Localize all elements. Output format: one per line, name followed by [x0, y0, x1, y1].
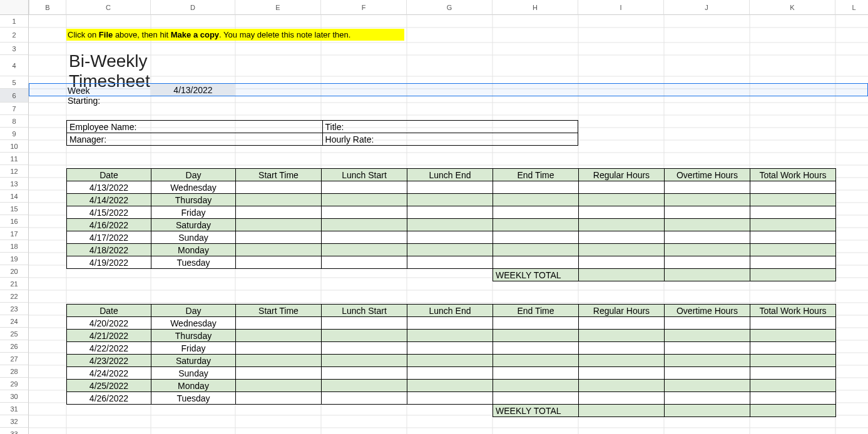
- cell-date[interactable]: 4/22/2022: [67, 342, 151, 355]
- cell-value[interactable]: [407, 317, 493, 330]
- cell-value[interactable]: [407, 355, 493, 367]
- col-header-day[interactable]: Day: [151, 305, 236, 317]
- cell-value[interactable]: [493, 380, 579, 392]
- column-header-F[interactable]: F: [321, 0, 407, 15]
- cell-value[interactable]: [322, 194, 407, 206]
- column-header-B[interactable]: B: [29, 0, 66, 15]
- cell-value[interactable]: [665, 342, 750, 355]
- cell-value[interactable]: [665, 181, 750, 194]
- cell-value[interactable]: [579, 330, 665, 342]
- column-header-C[interactable]: C: [66, 0, 151, 15]
- row-header-21[interactable]: 21: [0, 278, 29, 290]
- weekly-total-cell[interactable]: [750, 269, 836, 281]
- cell-value[interactable]: [750, 330, 836, 342]
- cell-value[interactable]: [750, 256, 836, 269]
- cell-value[interactable]: [579, 342, 665, 355]
- column-header-K[interactable]: K: [750, 0, 835, 15]
- row-header-2[interactable]: 2: [0, 28, 29, 43]
- cell-value[interactable]: [579, 367, 665, 380]
- row-header-32[interactable]: 32: [0, 415, 29, 428]
- cell-value[interactable]: [579, 206, 665, 219]
- cell-date[interactable]: 4/17/2022: [67, 231, 151, 244]
- employee-name-label[interactable]: Employee Name:: [67, 121, 323, 133]
- cell-date[interactable]: 4/26/2022: [67, 392, 151, 405]
- cell-value[interactable]: [493, 355, 579, 367]
- col-header-overtime-hours[interactable]: Overtime Hours: [665, 169, 750, 181]
- cell-date[interactable]: 4/16/2022: [67, 219, 151, 231]
- cell-date[interactable]: 4/23/2022: [67, 355, 151, 367]
- cell-value[interactable]: [579, 194, 665, 206]
- cell-value[interactable]: [322, 330, 407, 342]
- cell-value[interactable]: [579, 380, 665, 392]
- cell-value[interactable]: [407, 256, 493, 269]
- cell-value[interactable]: [322, 231, 407, 244]
- row-header-7[interactable]: 7: [0, 103, 29, 115]
- table-row[interactable]: 4/20/2022Wednesday: [67, 317, 836, 330]
- cell-value[interactable]: [665, 206, 750, 219]
- cell-value[interactable]: [236, 380, 322, 392]
- select-all-corner[interactable]: [0, 0, 29, 15]
- cell-value[interactable]: [322, 206, 407, 219]
- table-row[interactable]: 4/22/2022Friday: [67, 342, 836, 355]
- cell-value[interactable]: [407, 231, 493, 244]
- table-row[interactable]: 4/25/2022Monday: [67, 380, 836, 392]
- cell-value[interactable]: [493, 219, 579, 231]
- table-row[interactable]: 4/16/2022Saturday: [67, 219, 836, 231]
- column-header-I[interactable]: I: [578, 0, 664, 15]
- weekly-total-cell[interactable]: [579, 269, 665, 281]
- cell-date[interactable]: 4/15/2022: [67, 206, 151, 219]
- weekly-total-row[interactable]: WEEKLY TOTAL: [67, 405, 836, 417]
- cell-value[interactable]: [322, 355, 407, 367]
- weekly-total-cell[interactable]: [665, 269, 750, 281]
- col-header-total-work-hours[interactable]: Total Work Hours: [750, 305, 836, 317]
- weekly-total-cell[interactable]: [750, 405, 836, 417]
- col-header-end-time[interactable]: End Time: [493, 305, 579, 317]
- week2-timesheet-table[interactable]: DateDayStart TimeLunch StartLunch EndEnd…: [66, 304, 836, 417]
- row-header-13[interactable]: 13: [0, 178, 29, 190]
- cell-day[interactable]: Monday: [151, 380, 236, 392]
- row-header-30[interactable]: 30: [0, 390, 29, 403]
- row-header-10[interactable]: 10: [0, 140, 29, 153]
- row-header-31[interactable]: 31: [0, 403, 29, 415]
- cell-value[interactable]: [407, 206, 493, 219]
- cell-value[interactable]: [493, 317, 579, 330]
- cell-value[interactable]: [236, 194, 322, 206]
- cell-value[interactable]: [236, 355, 322, 367]
- column-header-H[interactable]: H: [493, 0, 578, 15]
- cell-value[interactable]: [665, 256, 750, 269]
- cell-value[interactable]: [750, 342, 836, 355]
- cell-value[interactable]: [665, 194, 750, 206]
- column-header-J[interactable]: J: [664, 0, 750, 15]
- cell-date[interactable]: 4/21/2022: [67, 330, 151, 342]
- cell-value[interactable]: [493, 194, 579, 206]
- table-row[interactable]: 4/19/2022Tuesday: [67, 256, 836, 269]
- cell-value[interactable]: [750, 244, 836, 256]
- cell-day[interactable]: Saturday: [151, 219, 236, 231]
- cell-value[interactable]: [579, 181, 665, 194]
- col-header-start-time[interactable]: Start Time: [236, 169, 322, 181]
- cell-value[interactable]: [493, 330, 579, 342]
- cell-value[interactable]: [493, 392, 579, 405]
- row-header-14[interactable]: 14: [0, 190, 29, 203]
- cell-value[interactable]: [493, 256, 579, 269]
- cell-value[interactable]: [322, 244, 407, 256]
- table-row[interactable]: 4/26/2022Tuesday: [67, 392, 836, 405]
- cell-value[interactable]: [579, 392, 665, 405]
- cell-value[interactable]: [665, 317, 750, 330]
- col-header-total-work-hours[interactable]: Total Work Hours: [750, 169, 836, 181]
- cell-day[interactable]: Tuesday: [151, 256, 236, 269]
- col-header-date[interactable]: Date: [67, 305, 151, 317]
- column-header-E[interactable]: E: [235, 0, 321, 15]
- cell-value[interactable]: [493, 244, 579, 256]
- cell-value[interactable]: [236, 317, 322, 330]
- weekly-total-row[interactable]: WEEKLY TOTAL: [67, 269, 836, 281]
- col-header-lunch-end[interactable]: Lunch End: [407, 169, 493, 181]
- cell-value[interactable]: [493, 342, 579, 355]
- row-header-23[interactable]: 23: [0, 303, 29, 315]
- row-header-27[interactable]: 27: [0, 353, 29, 365]
- hourly-rate-label[interactable]: Hourly Rate:: [322, 133, 578, 146]
- col-header-lunch-start[interactable]: Lunch Start: [322, 305, 407, 317]
- row-header-29[interactable]: 29: [0, 378, 29, 390]
- table-row[interactable]: 4/21/2022Thursday: [67, 330, 836, 342]
- col-header-overtime-hours[interactable]: Overtime Hours: [665, 305, 750, 317]
